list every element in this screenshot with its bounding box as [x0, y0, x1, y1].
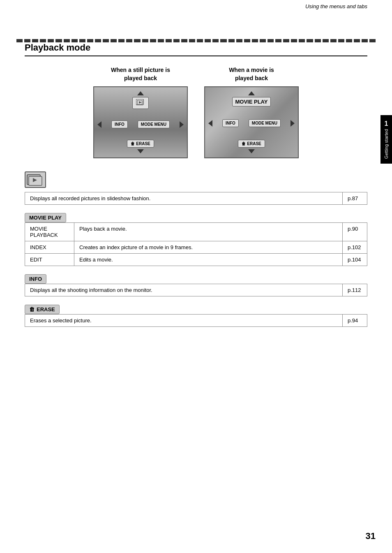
index-page: p.102: [343, 241, 367, 254]
slideshow-icon-section: [25, 171, 367, 188]
table-row: INDEX Creates an index picture of a movi…: [25, 241, 367, 254]
dash-pattern: [16, 39, 376, 42]
right-arrow-icon: [180, 121, 184, 128]
table-row: EDIT Edits a movie. p.104: [25, 254, 367, 266]
movie-playback-desc: Plays back a movie.: [74, 223, 343, 241]
nav-up-arrow: [137, 91, 144, 95]
dash: [205, 39, 211, 42]
main-content: Playback mode When a still picture is pl…: [0, 42, 392, 327]
dash: [95, 39, 101, 42]
movie-nav-up-arrow: [248, 91, 255, 95]
dash: [32, 39, 38, 42]
left-arrow-icon: [97, 121, 101, 128]
index-name: INDEX: [25, 241, 74, 254]
svg-marker-2: [139, 101, 142, 104]
dash: [369, 39, 376, 42]
dash: [48, 39, 54, 42]
images-row: When a still picture is played back: [25, 66, 367, 158]
dash: [283, 39, 289, 42]
dash: [134, 39, 140, 42]
dash: [181, 39, 187, 42]
still-middle-row: INFO MODE MENU: [97, 120, 184, 128]
dash: [197, 39, 203, 42]
erase-description: Erases a selected picture.: [25, 315, 343, 327]
slideshow-row: Displays all recorded pictures in slides…: [25, 192, 367, 205]
dash: [275, 39, 281, 42]
info-row: Displays all the shooting information on…: [25, 284, 367, 296]
movie-nav-down-arrow: [248, 149, 255, 153]
movie-screen-overlay: MOVIE PLAY INFO MODE MENU 🗑 ERASE: [205, 87, 298, 157]
movie-playback-page: p.90: [343, 223, 367, 241]
dash: [126, 39, 132, 42]
dash: [244, 39, 250, 42]
dash: [173, 39, 180, 42]
dash: [166, 39, 172, 42]
section-number: 1: [385, 120, 388, 127]
header: Using the menus and tabs: [0, 0, 392, 10]
info-section: INFO Displays all the shooting informati…: [25, 274, 367, 296]
edit-desc: Edits a movie.: [74, 254, 343, 266]
dash: [40, 39, 46, 42]
dash: [354, 39, 360, 42]
mode-menu-button-still: MODE MENU: [138, 120, 170, 128]
dash: [260, 39, 266, 42]
slideshow-page: p.87: [343, 192, 367, 205]
still-camera-screen: INFO MODE MENU 🗑 ERASE: [93, 86, 188, 158]
slideshow-section: Displays all recorded pictures in slides…: [25, 171, 367, 205]
info-description: Displays all the shooting information on…: [25, 284, 343, 296]
movie-caption: When a movie is played back: [229, 66, 274, 82]
table-row: MOVIEPLAYBACK Plays back a movie. p.90: [25, 223, 367, 241]
dash: [158, 39, 164, 42]
slideshow-description: Displays all recorded pictures in slides…: [25, 192, 343, 205]
erase-label-text: ERASE: [37, 306, 55, 312]
movie-playback-name: MOVIEPLAYBACK: [25, 223, 74, 241]
dash: [362, 39, 368, 42]
info-button-still: INFO: [111, 120, 128, 128]
dash: [291, 39, 297, 42]
erase-label-box: 🗑 ERASE: [25, 305, 60, 314]
dash: [189, 39, 195, 42]
edit-name: EDIT: [25, 254, 74, 266]
still-caption: When a still picture is played back: [111, 66, 170, 82]
dash: [103, 39, 109, 42]
erase-row: Erases a selected picture. p.94: [25, 315, 367, 327]
dash: [252, 39, 258, 42]
dash: [346, 39, 352, 42]
dash: [338, 39, 344, 42]
movie-play-table: MOVIEPLAYBACK Plays back a movie. p.90 I…: [25, 222, 367, 266]
still-picture-section: When a still picture is played back: [93, 66, 188, 158]
section-tab: 1 Getting started: [380, 115, 392, 164]
dash: [220, 39, 226, 42]
dash: [16, 39, 23, 42]
dash: [87, 39, 93, 42]
movie-trash-icon: 🗑: [242, 141, 246, 146]
movie-camera-screen: MOVIE PLAY INFO MODE MENU 🗑 ERASE: [204, 86, 299, 158]
dash: [142, 39, 148, 42]
erase-button-movie: 🗑 ERASE: [238, 140, 265, 148]
info-table: Displays all the shooting information on…: [25, 284, 367, 296]
erase-trash-icon: 🗑: [29, 306, 35, 312]
dash: [64, 39, 70, 42]
movie-right-arrow-icon: [291, 120, 295, 127]
dash: [79, 39, 85, 42]
erase-label-row: 🗑 ERASE: [25, 305, 367, 314]
movie-play-button: MOVIE PLAY: [232, 97, 271, 106]
page-number: 31: [366, 531, 376, 541]
movie-left-arrow-icon: [208, 120, 212, 127]
dash: [267, 39, 274, 42]
dash: [236, 39, 242, 42]
movie-picture-section: When a movie is played back MOVIE PLAY I…: [204, 66, 299, 158]
movie-screen-bottom: 🗑 ERASE: [238, 140, 265, 153]
dash: [315, 39, 321, 42]
mode-menu-button-movie: MODE MENU: [249, 119, 281, 127]
dash: [323, 39, 329, 42]
header-title: Using the menus and tabs: [305, 3, 367, 9]
movie-play-section: MOVIE PLAY MOVIEPLAYBACK Plays back a mo…: [25, 213, 367, 266]
dashes-row: [0, 35, 392, 42]
dash: [71, 39, 78, 42]
dash: [228, 39, 235, 42]
info-button-movie: INFO: [222, 119, 239, 127]
info-page: p.112: [343, 284, 367, 296]
movie-middle-row: INFO MODE MENU: [208, 119, 295, 127]
dash: [150, 39, 156, 42]
